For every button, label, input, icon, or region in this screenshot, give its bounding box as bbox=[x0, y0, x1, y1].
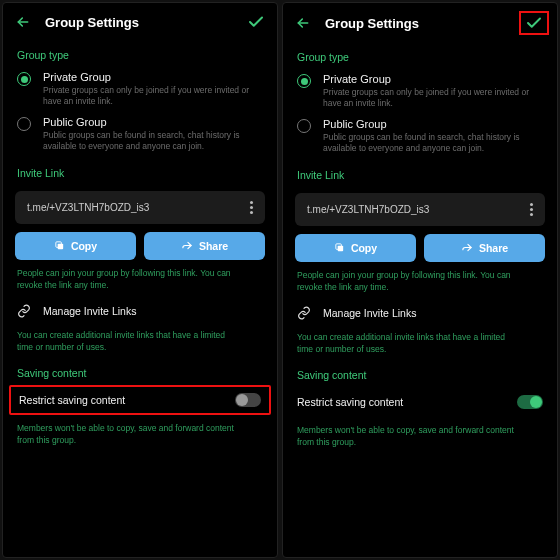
copy-button[interactable]: Copy bbox=[295, 234, 416, 262]
private-group-label: Private Group bbox=[323, 73, 533, 85]
manage-hint: You can create additional invite links t… bbox=[3, 322, 253, 358]
restrict-saving-row[interactable]: Restrict saving content bbox=[283, 387, 557, 417]
share-button[interactable]: Share bbox=[424, 234, 545, 262]
manage-hint: You can create additional invite links t… bbox=[283, 324, 533, 360]
invite-hint: People can join your group by following … bbox=[3, 260, 253, 296]
restrict-saving-row[interactable]: Restrict saving content bbox=[9, 385, 271, 415]
private-group-option[interactable]: Private Group Private groups can only be… bbox=[283, 69, 557, 114]
invite-link-text: t.me/+VZ3LTNH7bOZD_is3 bbox=[27, 202, 149, 213]
copy-button-label: Copy bbox=[71, 240, 97, 252]
private-group-desc: Private groups can only be joined if you… bbox=[323, 87, 533, 110]
link-icon bbox=[297, 306, 311, 320]
invite-link-header: Invite Link bbox=[283, 159, 557, 187]
private-group-option[interactable]: Private Group Private groups can only be… bbox=[3, 67, 277, 112]
radio-unselected-icon bbox=[297, 119, 311, 133]
restrict-hint: Members won't be able to copy, save and … bbox=[283, 417, 533, 453]
page-title: Group Settings bbox=[325, 16, 509, 31]
invite-link-header: Invite Link bbox=[3, 157, 277, 185]
restrict-hint: Members won't be able to copy, save and … bbox=[3, 415, 253, 451]
private-group-label: Private Group bbox=[43, 71, 253, 83]
public-group-desc: Public groups can be found in search, ch… bbox=[43, 130, 253, 153]
page-title: Group Settings bbox=[45, 15, 233, 30]
manage-invite-links-label: Manage Invite Links bbox=[43, 305, 136, 317]
saving-content-header: Saving content bbox=[3, 357, 277, 385]
group-type-header: Group type bbox=[3, 39, 277, 67]
public-group-label: Public Group bbox=[323, 118, 533, 130]
restrict-toggle-on[interactable] bbox=[517, 395, 543, 409]
invite-link-box[interactable]: t.me/+VZ3LTNH7bOZD_is3 bbox=[15, 191, 265, 224]
more-options-icon[interactable] bbox=[246, 201, 257, 214]
restrict-saving-label: Restrict saving content bbox=[19, 394, 125, 406]
copy-button[interactable]: Copy bbox=[15, 232, 136, 260]
private-group-desc: Private groups can only be joined if you… bbox=[43, 85, 253, 108]
more-options-icon[interactable] bbox=[526, 203, 537, 216]
share-button-label: Share bbox=[199, 240, 228, 252]
svg-rect-2 bbox=[338, 246, 344, 252]
svg-rect-0 bbox=[58, 244, 64, 250]
public-group-option[interactable]: Public Group Public groups can be found … bbox=[283, 114, 557, 159]
public-group-label: Public Group bbox=[43, 116, 253, 128]
public-group-option[interactable]: Public Group Public groups can be found … bbox=[3, 112, 277, 157]
invite-link-box[interactable]: t.me/+VZ3LTNH7bOZD_is3 bbox=[295, 193, 545, 226]
radio-selected-icon bbox=[297, 74, 311, 88]
link-icon bbox=[17, 304, 31, 318]
group-type-header: Group type bbox=[283, 41, 557, 69]
restrict-saving-label: Restrict saving content bbox=[297, 396, 403, 408]
public-group-desc: Public groups can be found in search, ch… bbox=[323, 132, 533, 155]
confirm-check-icon[interactable] bbox=[519, 11, 549, 35]
confirm-check-icon[interactable] bbox=[247, 13, 265, 31]
restrict-toggle-off[interactable] bbox=[235, 393, 261, 407]
manage-invite-links[interactable]: Manage Invite Links bbox=[3, 296, 277, 322]
invite-link-text: t.me/+VZ3LTNH7bOZD_is3 bbox=[307, 204, 429, 215]
manage-invite-links[interactable]: Manage Invite Links bbox=[283, 298, 557, 324]
saving-content-header: Saving content bbox=[283, 359, 557, 387]
radio-selected-icon bbox=[17, 72, 31, 86]
invite-hint: People can join your group by following … bbox=[283, 262, 533, 298]
share-button[interactable]: Share bbox=[144, 232, 265, 260]
manage-invite-links-label: Manage Invite Links bbox=[323, 307, 416, 319]
back-arrow-icon[interactable] bbox=[15, 14, 31, 30]
back-arrow-icon[interactable] bbox=[295, 15, 311, 31]
copy-button-label: Copy bbox=[351, 242, 377, 254]
radio-unselected-icon bbox=[17, 117, 31, 131]
share-button-label: Share bbox=[479, 242, 508, 254]
